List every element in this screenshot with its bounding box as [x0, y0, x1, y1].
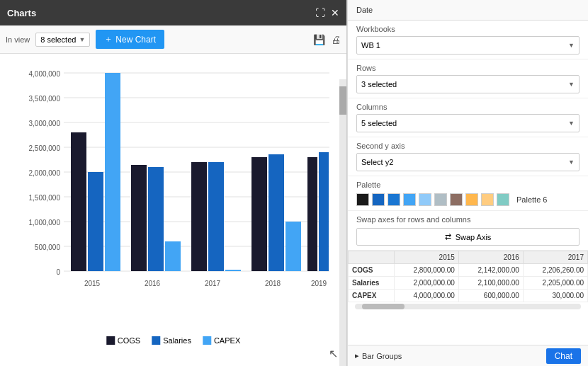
- svg-text:2018: 2018: [265, 280, 281, 287]
- columns-section: Columns 5 selected ▼: [348, 98, 588, 137]
- right-panel: Date Workbooks WB 1 ▼ Rows 3 selected ▼ …: [347, 0, 588, 366]
- table-row-capex: CAPEX 4,000,000.00 600,000.00 30,000.00: [349, 290, 588, 302]
- save-icon[interactable]: 💾: [313, 34, 325, 45]
- svg-text:3,500,000: 3,500,000: [29, 95, 61, 103]
- bar-2016-capex: [165, 241, 181, 271]
- palette-swatch-1[interactable]: [372, 193, 385, 206]
- rows-section: Rows 3 selected ▼: [348, 59, 588, 98]
- toolbar-right: 💾 🖨: [313, 34, 341, 45]
- bar-2018-capex: [285, 222, 301, 271]
- palette-section: Palette Palette 6: [348, 176, 588, 211]
- legend-salaries: Salaries: [152, 336, 191, 345]
- date-label: Date: [348, 0, 588, 21]
- second-y-arrow-icon: ▼: [568, 159, 575, 166]
- svg-text:2016: 2016: [145, 280, 161, 287]
- chat-button[interactable]: Chat: [546, 348, 581, 364]
- columns-arrow-icon: ▼: [568, 120, 575, 127]
- table-header-row: 2015 2016 2017: [349, 251, 588, 264]
- rows-value: 3 selected: [361, 80, 397, 88]
- dropdown-arrow-icon: ▼: [79, 36, 85, 43]
- row-capex-2017: 30,000.00: [523, 290, 587, 302]
- legend-color-cogs: [106, 336, 115, 345]
- palette-swatch-2[interactable]: [388, 193, 400, 206]
- plus-icon: ＋: [104, 33, 113, 45]
- chart-legend: COGS Salaries CAPEX: [106, 336, 240, 345]
- palette-name: Palette 6: [516, 195, 547, 204]
- palette-swatch-8[interactable]: [481, 193, 494, 206]
- table-scroll[interactable]: 2015 2016 2017 COGS 2,800,000.00 2,142,0…: [348, 251, 588, 302]
- row-cogs-2017: 2,206,260.00: [523, 264, 587, 277]
- bar-2018-cogs: [251, 157, 267, 271]
- workbooks-label: Workbooks: [356, 25, 579, 33]
- row-cogs-2016: 2,142,000.00: [458, 264, 523, 277]
- expand-bar-groups-icon: ▸: [355, 351, 359, 360]
- palette-swatch-4[interactable]: [419, 193, 431, 206]
- chart-scrollbar-thumb[interactable]: [339, 86, 346, 115]
- bar-groups-section[interactable]: ▸ Bar Groups: [355, 351, 402, 360]
- charts-header: Charts ⛶ ✕: [0, 0, 346, 25]
- legend-label-cogs: COGS: [118, 336, 140, 345]
- legend-color-capex: [203, 336, 211, 345]
- horizontal-scrollbar-thumb[interactable]: [362, 304, 405, 309]
- bar-2017-capex: [225, 270, 241, 271]
- svg-text:0: 0: [56, 268, 60, 276]
- columns-value: 5 selected: [361, 119, 397, 127]
- horizontal-scrollbar[interactable]: [355, 304, 581, 309]
- col-header-2016: 2016: [458, 251, 523, 264]
- row-salaries-2016: 2,100,000.00: [458, 277, 523, 290]
- svg-text:2015: 2015: [84, 280, 101, 287]
- svg-text:2,500,000: 2,500,000: [29, 144, 61, 152]
- second-y-select[interactable]: Select y2 ▼: [356, 153, 579, 171]
- legend-label-salaries: Salaries: [163, 336, 191, 345]
- palette-swatch-6[interactable]: [450, 193, 463, 206]
- palette-swatch-3[interactable]: [403, 193, 416, 206]
- bar-2015-salaries: [88, 172, 103, 271]
- new-chart-button[interactable]: ＋ New Chart: [96, 30, 164, 49]
- data-table-section: 2015 2016 2017 COGS 2,800,000.00 2,142,0…: [348, 251, 588, 345]
- bar-2016-cogs: [131, 165, 147, 271]
- svg-text:4,000,000: 4,000,000: [29, 70, 61, 78]
- columns-label: Columns: [356, 103, 579, 111]
- legend-label-capex: CAPEX: [214, 336, 240, 345]
- workbook-select[interactable]: WB 1 ▼: [356, 36, 579, 55]
- row-label-capex: CAPEX: [349, 290, 395, 302]
- columns-select[interactable]: 5 selected ▼: [356, 114, 579, 132]
- table-row-salaries: Salaries 2,000,000.00 2,100,000.00 2,205…: [349, 277, 588, 290]
- palette-row: Palette 6: [356, 193, 579, 206]
- charts-title: Charts: [7, 8, 36, 18]
- charts-toolbar: In view 8 selected ▼ ＋ New Chart 💾 🖨: [0, 25, 346, 54]
- col-header-2015: 2015: [394, 251, 458, 264]
- palette-swatch-0[interactable]: [356, 193, 369, 206]
- chart-area: 4,000,000 3,500,000 3,000,000 2,500,000 …: [0, 54, 346, 366]
- palette-swatch-9[interactable]: [497, 193, 509, 206]
- second-y-value: Select y2: [361, 158, 393, 166]
- print-icon[interactable]: 🖨: [331, 34, 341, 45]
- bar-2017-cogs: [191, 162, 207, 271]
- row-capex-2015: 4,000,000.00: [394, 290, 458, 302]
- palette-swatch-7[interactable]: [465, 193, 478, 206]
- svg-text:3,000,000: 3,000,000: [29, 120, 61, 127]
- swap-axis-button[interactable]: ⇄ Swap Axis: [356, 228, 579, 246]
- expand-icon[interactable]: ⛶: [315, 7, 325, 18]
- table-row-cogs: COGS 2,800,000.00 2,142,000.00 2,206,260…: [349, 264, 588, 277]
- bar-2015-cogs: [71, 132, 86, 271]
- palette-swatch-5[interactable]: [434, 193, 447, 206]
- row-cogs-2015: 2,800,000.00: [394, 264, 458, 277]
- chart-scrollbar[interactable]: [339, 79, 346, 366]
- svg-text:2019: 2019: [311, 280, 327, 287]
- workbook-value: WB 1: [361, 41, 380, 50]
- row-capex-2016: 600,000.00: [458, 290, 523, 302]
- legend-color-salaries: [152, 336, 160, 345]
- charts-panel: Charts ⛶ ✕ In view 8 selected ▼ ＋ New Ch…: [0, 0, 347, 366]
- data-table: 2015 2016 2017 COGS 2,800,000.00 2,142,0…: [348, 251, 588, 302]
- bar-groups-label: Bar Groups: [362, 352, 402, 360]
- rows-label: Rows: [356, 64, 579, 72]
- svg-text:1,500,000: 1,500,000: [29, 194, 61, 202]
- row-label-salaries: Salaries: [349, 277, 395, 290]
- selected-dropdown[interactable]: 8 selected ▼: [35, 33, 90, 47]
- swap-btn-label: Swap Axis: [456, 233, 492, 241]
- rows-select[interactable]: 3 selected ▼: [356, 75, 579, 93]
- close-icon[interactable]: ✕: [331, 7, 339, 18]
- palette-label: Palette: [356, 181, 579, 189]
- rows-arrow-icon: ▼: [568, 81, 575, 88]
